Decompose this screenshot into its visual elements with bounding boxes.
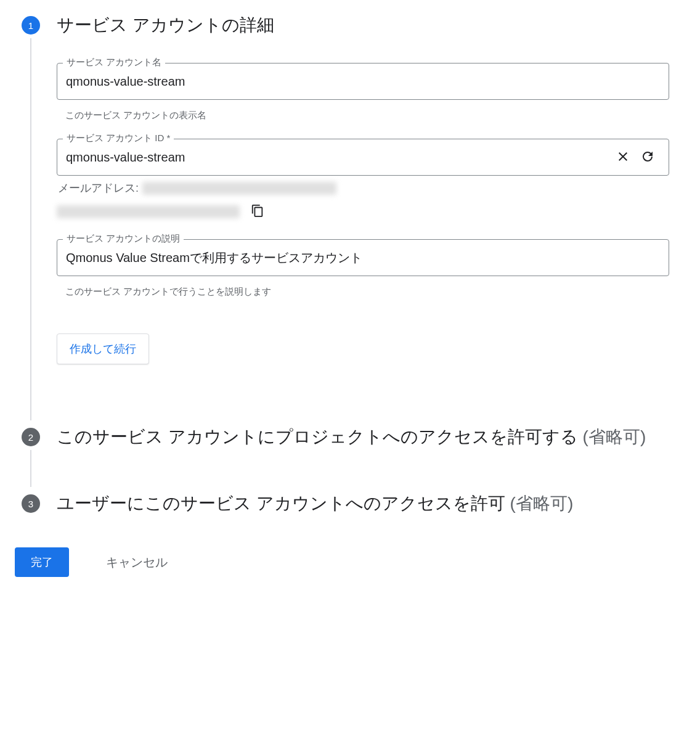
copy-email-button[interactable] [246,202,269,222]
account-id-group: サービス アカウント ID * [57,139,669,222]
done-button[interactable]: 完了 [15,547,69,577]
step-1-body: サービス アカウント名 このサービス アカウントの表示名 サービス アカウント … [57,44,669,395]
account-id-box [57,139,669,176]
account-desc-input[interactable] [66,251,660,265]
account-desc-label: サービス アカウントの説明 [63,233,184,245]
step-indicator-col-3: 3 [12,491,49,513]
create-continue-button[interactable]: 作成して続行 [57,333,149,364]
step-1-title: サービス アカウントの詳細 [57,12,669,44]
account-desc-helper: このサービス アカウントで行うことを説明します [57,281,669,298]
step-1-content: サービス アカウントの詳細 サービス アカウント名 このサービス アカウントの表… [49,12,688,395]
step-3-content: ユーザーにこのサービス アカウントへのアクセスを許可 (省略可) [49,491,688,523]
step-2-title-main: このサービス アカウントにプロジェクトへのアクセスを許可する [57,427,583,446]
email-row-1: メールアドレス: xxxxxxxxxxxxxxxxxxxxxxxxxxxxxxx… [57,181,669,195]
account-name-field: サービス アカウント名 [57,63,669,100]
stepper: 1 サービス アカウントの詳細 サービス アカウント名 このサービス アカウント… [12,12,688,523]
email-redacted-2: xxxxxxxxxxxxxxxxxxxxxxxxxxxxxxxxx [57,205,240,218]
account-id-input[interactable] [66,150,611,165]
account-desc-group: サービス アカウントの説明 このサービス アカウントで行うことを説明します [57,239,669,298]
cancel-button[interactable]: キャンセル [106,554,168,571]
step-2-title-optional: (省略可) [583,427,646,446]
account-name-group: サービス アカウント名 このサービス アカウントの表示名 [57,63,669,121]
step-2: 2 このサービス アカウントにプロジェクトへのアクセスを許可する (省略可) [12,424,688,491]
step-1-circle: 1 [22,16,40,35]
step-3: 3 ユーザーにこのサービス アカウントへのアクセスを許可 (省略可) [12,491,688,523]
refresh-id-button[interactable] [635,147,660,168]
clear-id-button[interactable] [611,147,635,168]
step-2-content: このサービス アカウントにプロジェクトへのアクセスを許可する (省略可) [49,424,688,456]
email-redacted-1: xxxxxxxxxxxxxxxxxxxxxxxxxxxxxxxxxxx [142,182,336,195]
email-label: メールアドレス: [58,181,139,195]
account-desc-box [57,239,669,276]
account-id-label: サービス アカウント ID * [63,133,174,144]
step-2-circle: 2 [22,428,40,446]
step-line-2 [30,450,31,487]
step-2-title[interactable]: このサービス アカウントにプロジェクトへのアクセスを許可する (省略可) [57,424,669,456]
account-name-box [57,63,669,100]
account-name-input[interactable] [66,75,660,89]
close-icon [616,149,630,166]
account-name-helper: このサービス アカウントの表示名 [57,105,669,121]
step-1: 1 サービス アカウントの詳細 サービス アカウント名 このサービス アカウント… [12,12,688,424]
step-line [30,38,31,420]
email-row-2: xxxxxxxxxxxxxxxxxxxxxxxxxxxxxxxxx [57,202,669,222]
account-name-label: サービス アカウント名 [63,57,165,68]
step-3-title[interactable]: ユーザーにこのサービス アカウントへのアクセスを許可 (省略可) [57,491,669,523]
account-desc-field: サービス アカウントの説明 [57,239,669,276]
step-3-title-main: ユーザーにこのサービス アカウントへのアクセスを許可 [57,494,510,513]
account-id-field: サービス アカウント ID * [57,139,669,176]
refresh-icon [640,149,655,166]
copy-icon [251,204,264,219]
step-3-circle: 3 [22,494,40,513]
step-indicator-col: 1 [12,12,49,424]
step-indicator-col-2: 2 [12,424,49,491]
step-3-title-optional: (省略可) [510,494,574,513]
bottom-actions: 完了 キャンセル [12,523,688,577]
